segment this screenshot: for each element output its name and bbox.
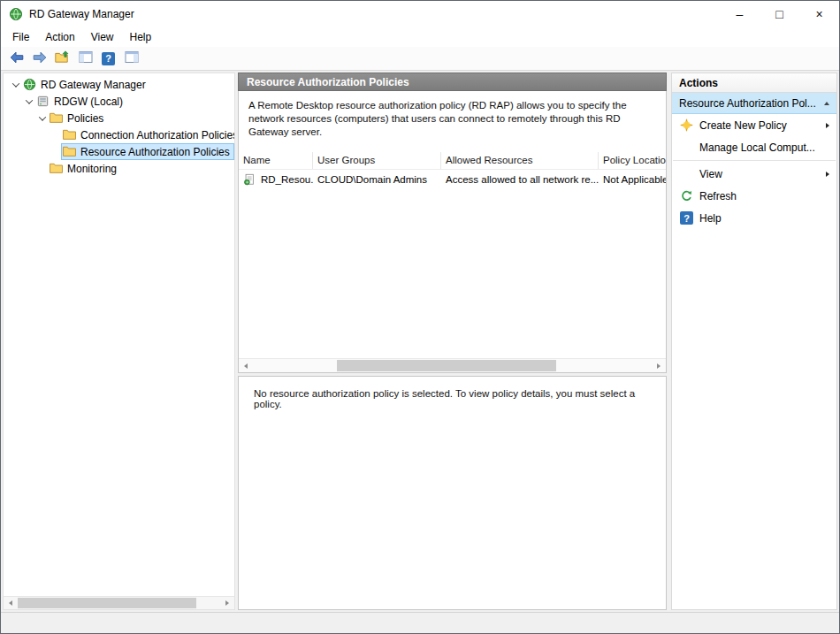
back-arrow-icon [9, 50, 25, 67]
toolbar: ? [1, 47, 839, 71]
help-icon: ? [102, 52, 115, 65]
scroll-left-icon[interactable] [4, 597, 18, 609]
new-policy-star-icon [679, 118, 694, 133]
tree-item-rd-gateway-manager[interactable]: RD Gateway Manager [4, 76, 234, 93]
minimize-button[interactable]: – [720, 1, 760, 27]
forward-arrow-icon [32, 50, 48, 67]
no-selection-message: No resource authorization policy is sele… [254, 388, 635, 409]
close-button[interactable]: × [799, 1, 839, 27]
action-refresh[interactable]: Refresh [672, 185, 836, 207]
folder-icon [63, 128, 77, 141]
menu-help[interactable]: Help [122, 29, 160, 45]
row-allowed-resources: Access allowed to all network re... [441, 174, 599, 185]
list-column-headers: Name User Groups Allowed Resources Polic… [239, 152, 666, 170]
actions-pane-title: Actions [672, 73, 836, 93]
scroll-right-icon[interactable] [220, 597, 234, 609]
column-header-policy-location[interactable]: Policy Location [599, 152, 666, 169]
back-button[interactable] [6, 49, 27, 68]
submenu-arrow-icon [826, 172, 829, 177]
rap-policy-icon [243, 173, 257, 187]
window-title: RD Gateway Manager [29, 8, 134, 20]
folder-icon [63, 145, 77, 158]
tree-item-connection-authorization-policies[interactable]: Connection Authorization Policies [4, 126, 234, 143]
console-tree-icon [79, 50, 93, 66]
server-icon [36, 95, 50, 108]
menu-action[interactable]: Action [37, 29, 82, 45]
rd-gateway-manager-window: RD Gateway Manager – □ × File Action Vie… [0, 0, 840, 634]
actions-pane: Actions Resource Authorization Pol... Cr… [671, 73, 837, 610]
forward-button[interactable] [29, 49, 50, 68]
list-horizontal-scrollbar[interactable] [239, 358, 666, 372]
action-pane-icon [125, 50, 139, 66]
action-help[interactable]: ? Help [672, 207, 836, 229]
submenu-arrow-icon [826, 123, 829, 128]
scroll-thumb[interactable] [18, 598, 196, 608]
rap-description-text: A Remote Desktop resource authorization … [239, 91, 666, 139]
tree-horizontal-scrollbar[interactable] [4, 596, 234, 609]
tree-item-label: RD Gateway Manager [41, 79, 146, 91]
menu-bar: File Action View Help [1, 27, 839, 47]
results-pane: Resource Authorization Policies A Remote… [238, 73, 667, 610]
collapse-chevron-icon[interactable] [824, 102, 829, 105]
console-tree-pane: RD Gateway Manager RDGW (Local) [3, 73, 235, 610]
table-row[interactable]: RD_Resou... CLOUD\Domain Admins Access a… [239, 170, 666, 190]
expand-chevron-icon[interactable] [35, 111, 49, 125]
actions-section-resource-authorization-policies[interactable]: Resource Authorization Pol... [672, 93, 836, 114]
folder-icon [50, 111, 64, 125]
action-manage-local-computer-groups[interactable]: Manage Local Comput... [672, 136, 836, 158]
up-one-level-button[interactable] [52, 49, 73, 68]
expand-chevron-icon[interactable] [9, 78, 22, 91]
row-policy-location: Not Applicable [599, 174, 666, 185]
window-controls: – □ × [720, 1, 839, 27]
tree-item-label: Policies [67, 112, 103, 125]
show-action-pane-button[interactable] [121, 49, 141, 68]
action-create-new-policy[interactable]: Create New Policy [672, 114, 836, 136]
column-header-allowed-resources[interactable]: Allowed Resources [441, 152, 599, 169]
tree-item-rdgw-local[interactable]: RDGW (Local) [4, 93, 234, 110]
scroll-thumb[interactable] [337, 360, 556, 371]
content-area: RD Gateway Manager RDGW (Local) [1, 71, 839, 612]
app-icon [9, 7, 23, 21]
scroll-left-icon[interactable] [239, 359, 253, 372]
action-view[interactable]: View [672, 163, 836, 185]
help-button[interactable]: ? [98, 49, 118, 68]
column-header-user-groups[interactable]: User Groups [313, 152, 441, 169]
folder-up-icon [55, 50, 70, 66]
tree-item-resource-authorization-policies[interactable]: Resource Authorization Policies [4, 143, 234, 160]
menu-file[interactable]: File [4, 29, 37, 45]
expand-chevron-icon[interactable] [22, 95, 35, 108]
refresh-icon [679, 189, 694, 203]
row-user-groups: CLOUD\Domain Admins [313, 174, 441, 185]
policy-details-area: No resource authorization policy is sele… [238, 376, 667, 610]
title-bar: RD Gateway Manager – □ × [1, 1, 839, 27]
results-pane-header: Resource Authorization Policies [238, 73, 667, 91]
scroll-right-icon[interactable] [652, 359, 666, 372]
tree-item-label: RDGW (Local) [54, 95, 123, 108]
tree-item-monitoring[interactable]: Monitoring [4, 160, 234, 177]
help-icon: ? [680, 211, 693, 225]
tree-item-label: Monitoring [67, 163, 117, 175]
rd-gateway-app-icon [23, 78, 37, 91]
row-name: RD_Resou... [261, 174, 313, 185]
maximize-button[interactable]: □ [760, 1, 799, 27]
tree-item-label: Connection Authorization Policies [80, 129, 235, 141]
policy-list-area: A Remote Desktop resource authorization … [238, 91, 667, 373]
tree-item-label: Resource Authorization Policies [80, 146, 230, 158]
menu-view[interactable]: View [83, 29, 122, 45]
folder-icon [50, 162, 64, 175]
show-console-tree-button[interactable] [75, 49, 95, 68]
status-bar [1, 612, 839, 633]
actions-separator [673, 160, 836, 161]
tree-item-policies[interactable]: Policies [4, 110, 234, 126]
column-header-name[interactable]: Name [239, 152, 313, 169]
